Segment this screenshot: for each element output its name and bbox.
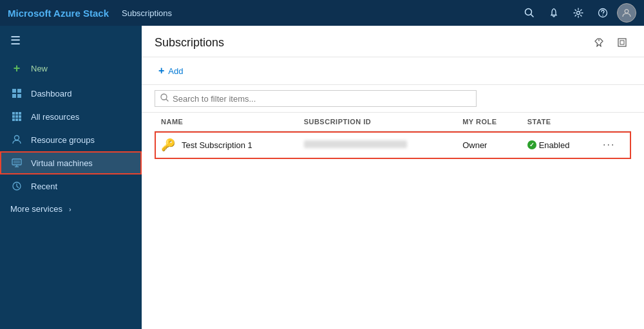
content-header: Subscriptions: [142, 26, 644, 57]
subscription-role-cell: Owner: [456, 131, 521, 159]
key-icon: 🔑: [161, 138, 175, 152]
more-options-btn[interactable]: ···: [603, 139, 615, 150]
content-area: Subscriptions +: [142, 26, 644, 329]
search-input-wrap: [155, 90, 477, 107]
table-row[interactable]: 🔑 Test Subscription 1 Owner: [155, 131, 631, 159]
chevron-right-icon: ›: [69, 205, 71, 213]
subscription-state-cell: Enabled: [521, 131, 596, 159]
subscriptions-table: NAME SUBSCRIPTION ID MY ROLE STATE 🔑 Tes…: [155, 113, 631, 159]
top-bar-icons: [519, 3, 636, 23]
svg-point-19: [15, 136, 19, 140]
col-my-role: MY ROLE: [456, 113, 521, 131]
subscription-name: Test Subscription 1: [182, 140, 252, 150]
sidebar-item-recent[interactable]: Recent: [0, 174, 142, 198]
breadcrumb: Subscriptions: [122, 8, 519, 18]
settings-icon-btn[interactable]: [568, 3, 589, 23]
bell-icon: [549, 8, 559, 18]
more-services-label: More services: [10, 204, 62, 214]
svg-rect-15: [19, 115, 21, 118]
sidebar-more-services[interactable]: More services ›: [0, 198, 142, 220]
svg-rect-21: [14, 160, 20, 164]
sidebar-item-virtual-machines[interactable]: Virtual machines: [0, 151, 142, 174]
search-icon: [524, 8, 535, 18]
svg-rect-7: [17, 89, 21, 93]
svg-rect-13: [12, 115, 15, 118]
col-subscription-id: SUBSCRIPTION ID: [298, 113, 457, 131]
all-resources-icon: [10, 111, 23, 122]
sidebar: ☰ + New Dashboard: [0, 26, 142, 329]
svg-rect-14: [15, 115, 18, 118]
sidebar-item-new[interactable]: + New: [0, 55, 142, 82]
main-layout: ☰ + New Dashboard: [0, 26, 644, 329]
add-plus-icon: +: [158, 65, 164, 77]
add-button[interactable]: + Add: [155, 62, 187, 79]
search-glass-icon: [160, 93, 169, 102]
add-button-label: Add: [168, 66, 183, 76]
maximize-icon: [618, 38, 627, 47]
sidebar-item-resource-groups[interactable]: Resource groups: [0, 128, 142, 151]
search-input[interactable]: [173, 94, 366, 104]
subscriptions-table-container: NAME SUBSCRIPTION ID MY ROLE STATE 🔑 Tes…: [142, 113, 644, 329]
svg-rect-18: [19, 118, 21, 121]
svg-rect-26: [618, 39, 626, 46]
search-icon: [160, 93, 169, 104]
user-avatar[interactable]: [617, 3, 636, 23]
subscription-more-cell[interactable]: ···: [596, 131, 631, 159]
page-title: Subscriptions: [155, 36, 224, 50]
svg-rect-8: [12, 94, 16, 98]
settings-icon: [573, 8, 583, 18]
svg-rect-16: [12, 118, 15, 121]
enabled-badge: Enabled: [527, 140, 590, 150]
resource-groups-icon: [10, 135, 23, 145]
sidebar-item-resource-groups-label: Resource groups: [31, 135, 95, 145]
content-header-actions: [590, 33, 631, 52]
svg-point-2: [577, 12, 580, 15]
table-header-row: NAME SUBSCRIPTION ID MY ROLE STATE: [155, 113, 631, 131]
bell-icon-btn[interactable]: [544, 3, 564, 23]
search-bar: [142, 85, 644, 113]
virtual-machines-icon: [10, 158, 23, 168]
svg-rect-17: [15, 118, 18, 121]
svg-rect-9: [17, 94, 21, 98]
sidebar-item-new-label: New: [31, 64, 48, 73]
subscription-role: Owner: [462, 140, 487, 150]
dashboard-icon: [10, 88, 23, 99]
svg-rect-6: [12, 89, 16, 93]
pin-button[interactable]: [590, 33, 608, 52]
subscription-id-value: [304, 140, 407, 148]
subscription-name-wrap: 🔑 Test Subscription 1: [161, 138, 291, 152]
svg-point-5: [625, 10, 629, 14]
svg-rect-27: [620, 41, 624, 44]
sidebar-item-virtual-machines-label: Virtual machines: [31, 158, 93, 168]
svg-rect-11: [15, 112, 18, 115]
plus-icon: +: [10, 62, 23, 75]
svg-line-1: [531, 15, 534, 17]
help-icon: [598, 8, 608, 18]
sidebar-item-recent-label: Recent: [31, 182, 57, 191]
sidebar-item-dashboard-label: Dashboard: [31, 89, 72, 99]
col-name: NAME: [155, 113, 298, 131]
svg-rect-12: [19, 112, 21, 115]
avatar-icon: [621, 8, 632, 18]
subscription-state: Enabled: [539, 140, 570, 150]
top-bar: Microsoft Azure Stack Subscriptions: [0, 0, 644, 26]
enabled-icon: [527, 140, 536, 149]
svg-point-4: [602, 15, 603, 16]
hamburger-menu[interactable]: ☰: [0, 26, 142, 55]
sidebar-item-all-resources[interactable]: All resources: [0, 105, 142, 128]
col-state: STATE: [521, 113, 596, 131]
search-icon-btn[interactable]: [519, 3, 540, 23]
maximize-button[interactable]: [613, 33, 631, 52]
sidebar-item-dashboard[interactable]: Dashboard: [0, 82, 142, 105]
col-actions: [596, 113, 631, 131]
svg-line-29: [166, 99, 168, 101]
sidebar-item-all-resources-label: All resources: [31, 112, 79, 122]
subscription-name-cell: 🔑 Test Subscription 1: [155, 131, 298, 159]
pin-icon: [594, 38, 603, 47]
app-title: Microsoft Azure Stack: [8, 8, 109, 19]
help-icon-btn[interactable]: [592, 3, 613, 23]
recent-icon: [10, 181, 23, 191]
toolbar: + Add: [142, 57, 644, 85]
svg-rect-10: [12, 112, 15, 115]
subscription-id-cell: [298, 131, 457, 159]
